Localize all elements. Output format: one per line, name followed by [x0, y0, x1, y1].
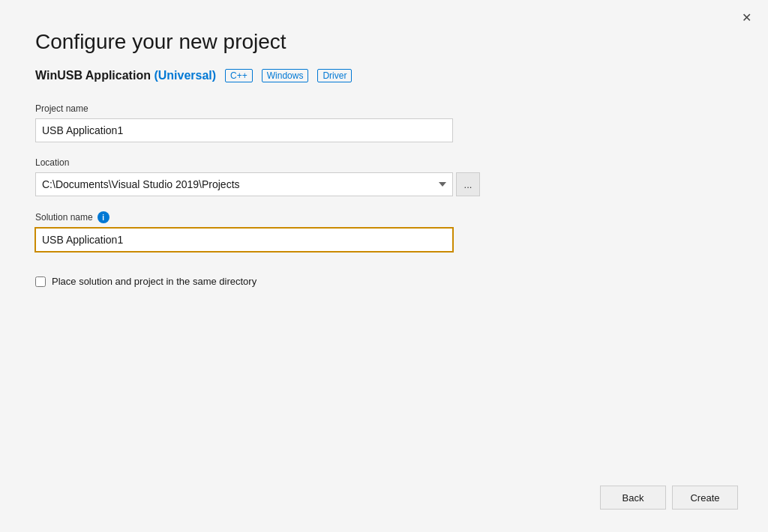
dialog-title: Configure your new project [35, 30, 733, 54]
solution-name-field-group: Solution name i [35, 211, 733, 252]
same-directory-label[interactable]: Place solution and project in the same d… [52, 276, 256, 287]
location-field-group: Location C:\Documents\Visual Studio 2019… [35, 157, 733, 196]
solution-name-input[interactable] [35, 228, 453, 252]
location-row: C:\Documents\Visual Studio 2019\Projects… [35, 172, 733, 196]
create-button[interactable]: Create [672, 486, 738, 510]
project-type-suffix: (Universal) [154, 69, 216, 82]
project-type-row: WinUSB Application (Universal) C++ Windo… [35, 69, 733, 82]
project-name-field-group: Project name [35, 103, 733, 142]
project-type-name: WinUSB Application (Universal) [35, 69, 216, 82]
tag-cpp: C++ [225, 69, 253, 82]
back-button[interactable]: Back [600, 486, 666, 510]
project-name-label: Project name [35, 103, 733, 114]
browse-button[interactable]: ... [456, 172, 480, 196]
same-directory-checkbox[interactable] [35, 276, 46, 287]
tag-driver: Driver [317, 69, 352, 82]
tag-windows: Windows [262, 69, 309, 82]
dialog-footer: Back Create [600, 486, 738, 510]
same-directory-checkbox-row: Place solution and project in the same d… [35, 276, 733, 287]
solution-name-info-icon: i [98, 211, 110, 223]
location-label: Location [35, 157, 733, 168]
configure-project-dialog: ✕ Configure your new project WinUSB Appl… [0, 0, 768, 532]
close-button[interactable]: ✕ [739, 10, 754, 25]
location-dropdown[interactable]: C:\Documents\Visual Studio 2019\Projects [35, 172, 453, 196]
project-name-input[interactable] [35, 118, 453, 142]
solution-name-label: Solution name i [35, 211, 733, 223]
